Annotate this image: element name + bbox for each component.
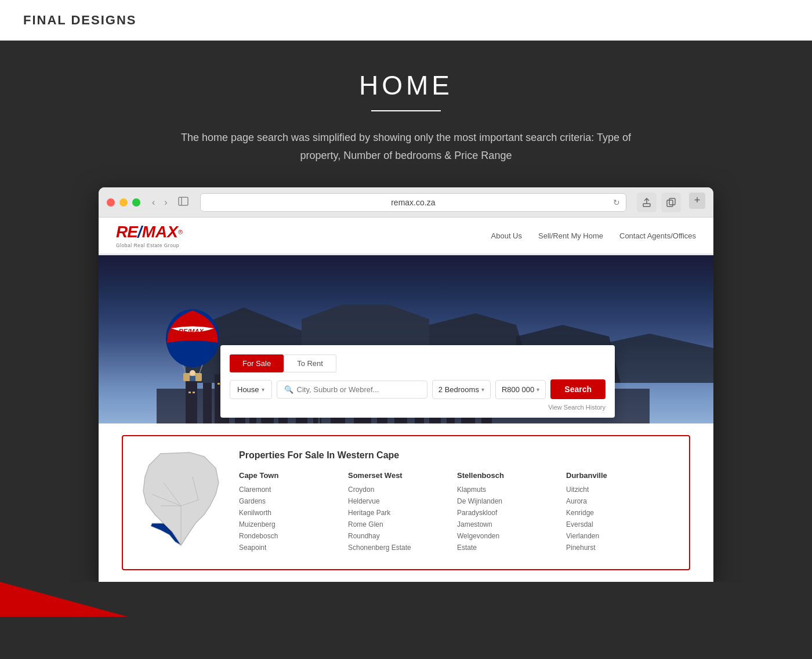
- cape-town-muizenberg[interactable]: Muizenberg: [239, 520, 348, 528]
- view-search-history[interactable]: View Search History: [230, 404, 606, 411]
- stellenbosch-klapmuts[interactable]: Klapmuts: [457, 486, 566, 494]
- search-button[interactable]: Search: [550, 379, 606, 399]
- somerset-heritage-park[interactable]: Heritage Park: [348, 509, 457, 517]
- somerset-roundhay[interactable]: Roundhay: [348, 532, 457, 540]
- home-heading: HOME: [359, 70, 453, 101]
- tab-buttons: For Sale To Rent: [230, 354, 606, 372]
- price-label: R800 000: [502, 385, 534, 394]
- somerset-schonenberg[interactable]: Schonenberg Estate: [348, 544, 457, 552]
- share-button[interactable]: [637, 193, 657, 212]
- properties-title: Properties For Sale In Western Cape: [239, 450, 675, 461]
- search-row: House ▾ 🔍 2 Bedrooms ▾ R800 000: [230, 379, 606, 399]
- location-input[interactable]: [297, 385, 420, 394]
- svg-rect-3: [667, 200, 673, 207]
- browser-nav: ‹ ›: [148, 196, 171, 209]
- minimize-dot[interactable]: [119, 198, 128, 207]
- cape-town-kenilworth[interactable]: Kenilworth: [239, 509, 348, 517]
- search-overlay: For Sale To Rent House ▾ 🔍 2: [220, 345, 615, 418]
- cape-town-rondebosch[interactable]: Rondebosch: [239, 532, 348, 540]
- site-nav: RE / MAX ® Global Real Estate Group Abou…: [99, 218, 713, 255]
- svg-line-49: [200, 365, 202, 373]
- durbanville-eversdal[interactable]: Eversdal: [566, 520, 675, 528]
- svg-rect-4: [669, 198, 675, 205]
- page-description: The home page search was simplified by s…: [168, 129, 644, 164]
- cape-town-gardens[interactable]: Gardens: [239, 497, 348, 505]
- price-dropdown[interactable]: R800 000 ▾: [495, 380, 546, 399]
- svg-rect-12: [203, 383, 212, 423]
- forward-button[interactable]: ›: [161, 196, 171, 209]
- svg-rect-0: [179, 197, 188, 205]
- durbanville-uitzicht[interactable]: Uitzicht: [566, 486, 675, 494]
- bedrooms-arrow: ▾: [481, 386, 484, 393]
- back-button[interactable]: ‹: [148, 196, 158, 209]
- column-stellenbosch: Stellenbosch Klapmuts De Wijnlanden Para…: [457, 471, 566, 555]
- bedrooms-dropdown[interactable]: 2 Bedrooms ▾: [432, 380, 491, 399]
- sidebar-toggle-button[interactable]: [178, 197, 188, 208]
- column-somerset-west: Somerset West Croydon Heldervue Heritage…: [348, 471, 457, 555]
- column-items-stellenbosch: Klapmuts De Wijnlanden Paradyskloof Jame…: [457, 486, 566, 552]
- browser-mockup: ‹ › remax.co.za ↻: [99, 187, 713, 582]
- close-dot[interactable]: [107, 198, 115, 207]
- top-bar: FINAL DESIGNS: [0, 0, 812, 41]
- nav-links: About Us Sell/Rent My Home Contact Agent…: [491, 231, 696, 240]
- stellenbosch-welgevonden[interactable]: Welgevonden: [457, 532, 566, 540]
- stellenbosch-jamestown[interactable]: Jamestown: [457, 520, 566, 528]
- red-corner-decoration: [0, 582, 128, 617]
- cape-town-claremont[interactable]: Claremont: [239, 486, 348, 494]
- property-type-label: House: [237, 385, 259, 394]
- svg-text:RE/MAX: RE/MAX: [179, 328, 204, 335]
- column-cape-town: Cape Town Claremont Gardens Kenilworth M…: [239, 471, 348, 555]
- durbanville-vierlanden[interactable]: Vierlanden: [566, 532, 675, 540]
- property-type-dropdown[interactable]: House ▾: [230, 380, 272, 399]
- stellenbosch-paradyskloof[interactable]: Paradyskloof: [457, 509, 566, 517]
- browser-dots: [107, 198, 140, 207]
- properties-section: Properties For Sale In Western Cape Cape…: [99, 423, 713, 582]
- properties-content: Properties For Sale In Western Cape Cape…: [239, 450, 675, 555]
- svg-rect-30: [193, 392, 195, 393]
- properties-columns: Cape Town Claremont Gardens Kenilworth M…: [239, 471, 675, 555]
- stellenbosch-wijnlanden[interactable]: De Wijnlanden: [457, 497, 566, 505]
- somerset-rome-glen[interactable]: Rome Glen: [348, 520, 457, 528]
- dark-section: HOME The home page search was simplified…: [0, 41, 812, 582]
- somerset-croydon[interactable]: Croydon: [348, 486, 457, 494]
- nav-contact[interactable]: Contact Agents/Offices: [619, 231, 696, 240]
- duplicate-button[interactable]: [661, 193, 681, 212]
- url-bar[interactable]: remax.co.za ↻: [200, 193, 626, 212]
- for-sale-tab[interactable]: For Sale: [230, 354, 284, 372]
- property-dropdown-arrow: ▾: [262, 386, 264, 393]
- cape-town-seapoint[interactable]: Seapoint: [239, 544, 348, 552]
- sidebar-icon: [178, 197, 188, 206]
- stellenbosch-estate[interactable]: Estate: [457, 544, 566, 552]
- durbanville-pinehurst[interactable]: Pinehurst: [566, 544, 675, 552]
- durbanville-aurora[interactable]: Aurora: [566, 497, 675, 505]
- duplicate-icon: [666, 198, 676, 207]
- price-arrow: ▾: [536, 386, 539, 393]
- column-header-durbanville: Durbanville: [566, 471, 675, 480]
- remax-balloon-svg: RE/MAX: [162, 308, 223, 386]
- heading-divider: [371, 110, 441, 111]
- maximize-dot[interactable]: [132, 198, 140, 207]
- location-search-icon: 🔍: [284, 385, 293, 394]
- share-icon: [642, 198, 651, 207]
- logo-re: RE: [116, 223, 137, 241]
- column-header-cape-town: Cape Town: [239, 471, 348, 480]
- to-rent-tab[interactable]: To Rent: [284, 354, 336, 372]
- svg-line-48: [183, 365, 186, 373]
- nav-sell[interactable]: Sell/Rent My Home: [538, 231, 603, 240]
- somerset-heldervue[interactable]: Heldervue: [348, 497, 457, 505]
- column-items-somerset: Croydon Heldervue Heritage Park Rome Gle…: [348, 486, 457, 552]
- svg-point-51: [190, 370, 195, 376]
- properties-card: Properties For Sale In Western Cape Cape…: [122, 435, 690, 570]
- logo-registered: ®: [178, 229, 183, 236]
- column-durbanville: Durbanville Uitzicht Aurora Kenridge Eve…: [566, 471, 675, 555]
- logo-slash-text: /: [137, 223, 142, 241]
- url-text: remax.co.za: [391, 198, 435, 207]
- refresh-button[interactable]: ↻: [613, 198, 620, 207]
- durbanville-kenridge[interactable]: Kenridge: [566, 509, 675, 517]
- svg-rect-29: [188, 392, 191, 393]
- add-tab-button[interactable]: +: [689, 193, 705, 209]
- location-search-wrapper[interactable]: 🔍: [277, 381, 427, 399]
- logo-subtitle: Global Real Estate Group: [116, 242, 183, 248]
- nav-about[interactable]: About Us: [491, 231, 522, 240]
- bedrooms-label: 2 Bedrooms: [438, 385, 479, 394]
